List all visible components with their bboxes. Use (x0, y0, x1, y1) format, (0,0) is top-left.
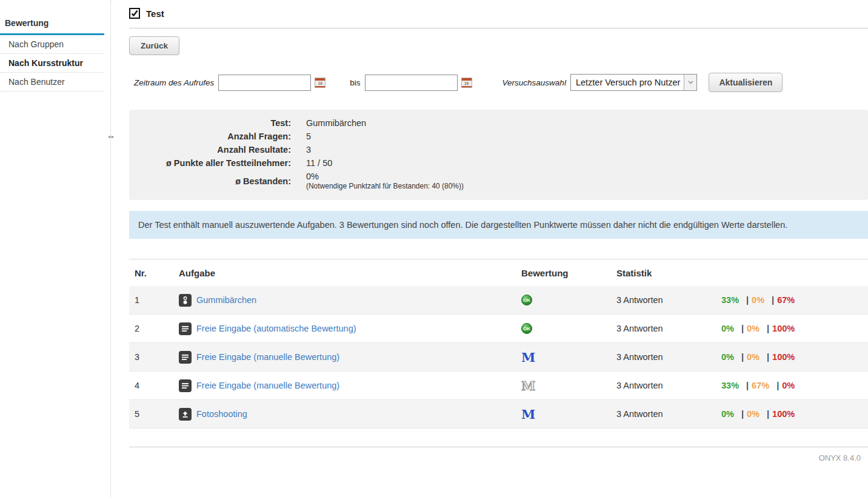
pct-separator: | (767, 324, 769, 333)
summary-label: ø Bestanden: (129, 175, 291, 188)
sidebar-item-nach-benutzer[interactable]: Nach Benutzer (0, 73, 104, 92)
summary-label: Anzahl Fragen: (129, 130, 291, 143)
calendar-icon[interactable]: 16 (461, 78, 472, 88)
answers-count: 3 Antworten (616, 409, 721, 419)
summary-panel: Test: Gummibärchen Anzahl Fragen: 5 Anza… (129, 110, 868, 200)
version-label: ONYX 8.4.0 (819, 453, 861, 462)
sidebar-title: Bewertung (0, 0, 110, 33)
chevron-down-icon (684, 75, 696, 90)
task-link[interactable]: Gummibärchen (196, 295, 256, 305)
column-header-aufgabe: Aufgabe (179, 268, 515, 278)
pct-correct: 0% (721, 352, 734, 362)
calendar-icon-day: 16 (462, 81, 472, 85)
calendar-icon-footer (462, 86, 472, 87)
pct-separator: | (776, 381, 779, 390)
summary-value: 5 (306, 130, 311, 143)
summary-value: 3 (306, 143, 311, 156)
pct-separator: | (741, 324, 744, 333)
calendar-icon-day: 16 (315, 81, 325, 85)
task-link[interactable]: Fotoshooting (196, 409, 247, 419)
splitter-grip-icon[interactable]: ◄► (107, 133, 115, 141)
pct-open: 0% (752, 295, 764, 305)
attempt-select-label: Versuchsauswahl (502, 78, 566, 87)
calendar-icon[interactable]: 16 (315, 78, 326, 88)
pct-separator: | (741, 409, 744, 419)
task-link[interactable]: Freie Eingabe (manuelle Bewertung) (196, 381, 339, 390)
table-row: 1 Gummibärchen OK 3 Antworten 33% | 0% |… (129, 286, 868, 315)
upload-question-icon (179, 408, 192, 421)
row-number: 5 (129, 409, 179, 419)
page-title: Test (146, 8, 164, 19)
pct-separator: | (767, 409, 769, 419)
manual-grading-open-icon: M (521, 378, 535, 393)
pct-separator: | (772, 295, 774, 305)
task-link[interactable]: Freie Eingabe (manuelle Bewertung) (196, 352, 339, 362)
ok-badge-icon: OK (521, 323, 532, 334)
column-header-statistik: Statistik (616, 268, 721, 278)
pct-wrong: 100% (772, 324, 795, 333)
pct-open: 0% (747, 352, 760, 362)
calendar-icon-footer (315, 86, 325, 87)
stat-percentages: 0% | 0% | 100% (721, 352, 868, 362)
answers-count: 3 Antworten (616, 295, 721, 305)
main-content: Test Zurück Zeitraum des Aufrufes 16 bis… (129, 0, 868, 462)
column-header-bewertung: Bewertung (515, 268, 616, 278)
table-row: 4 Freie Eingabe (manuelle Bewertung) M 3… (129, 372, 868, 400)
test-checkbox-icon[interactable] (129, 8, 140, 19)
summary-row-bestanden: ø Bestanden: 0% (Notwendige Punktzahl fü… (129, 170, 868, 192)
calendar-icon-header (315, 78, 325, 81)
header-divider (129, 28, 868, 28)
pct-open: 0% (747, 409, 760, 419)
answers-count: 3 Antworten (616, 381, 721, 390)
sidebar-item-nach-kursstruktur[interactable]: Nach Kursstruktur (0, 54, 104, 73)
pct-open: 67% (752, 381, 769, 390)
question-table: Nr. Aufgabe Bewertung Statistik 1 Gummib… (129, 259, 868, 429)
row-number: 3 (129, 352, 179, 362)
summary-label: Anzahl Resultate: (129, 143, 291, 156)
calendar-icon-header (462, 78, 472, 81)
text-entry-question-icon (179, 351, 192, 364)
table-row: 5 Fotoshooting M 3 Antworten 0% | 0% | 1… (129, 400, 868, 429)
date-from-input[interactable] (218, 75, 311, 91)
manual-grading-notice: Der Test enthält manuell auszuwertende A… (129, 211, 868, 239)
answers-count: 3 Antworten (616, 352, 721, 362)
ok-badge-icon: OK (521, 295, 532, 305)
summary-row-test: Test: Gummibärchen (129, 116, 868, 130)
answers-count: 3 Antworten (616, 324, 721, 333)
text-entry-question-icon (179, 322, 192, 335)
pct-correct: 33% (721, 295, 739, 305)
attempt-select[interactable]: Letzter Versuch pro Nutzer (570, 74, 697, 91)
pct-separator: | (741, 352, 744, 362)
refresh-button[interactable]: Aktualisieren (709, 73, 783, 92)
sidebar-item-nach-gruppen[interactable]: Nach Gruppen (0, 35, 104, 54)
manual-grading-icon: M (521, 350, 535, 365)
summary-label: ø Punkte aller Testteilnehmer: (129, 156, 291, 170)
date-to-input[interactable] (365, 75, 458, 91)
summary-row-fragen: Anzahl Fragen: 5 (129, 130, 868, 143)
task-link[interactable]: Freie Eingabe (automatische Bewertung) (196, 324, 356, 333)
row-number: 2 (129, 324, 179, 333)
pct-wrong: 67% (777, 295, 795, 305)
summary-value-note: (Notwendige Punktzahl für Bestanden: 40 … (306, 181, 464, 190)
table-row: 3 Freie Eingabe (manuelle Bewertung) M 3… (129, 343, 868, 372)
choice-question-icon (179, 294, 192, 307)
stat-percentages: 0% | 0% | 100% (721, 409, 868, 419)
back-button[interactable]: Zurück (129, 36, 179, 55)
date-range-label: Zeitraum des Aufrufes (134, 78, 214, 87)
pct-open: 0% (747, 324, 760, 333)
row-number: 4 (129, 381, 179, 390)
summary-row-punkte: ø Punkte aller Testteilnehmer: 11 / 50 (129, 156, 868, 170)
row-number: 1 (129, 295, 179, 305)
pct-correct: 0% (721, 324, 734, 333)
attempt-select-value: Letzter Versuch pro Nutzer (571, 78, 684, 87)
footer: ONYX 8.4.0 (129, 447, 868, 462)
stat-percentages: 33% | 67% | 0% (721, 381, 868, 390)
pct-wrong: 0% (782, 381, 795, 390)
table-header-row: Nr. Aufgabe Bewertung Statistik (129, 259, 868, 286)
pct-separator: | (767, 352, 769, 362)
stat-percentages: 33% | 0% | 67% (721, 295, 868, 305)
summary-value: 11 / 50 (306, 156, 332, 170)
pct-correct: 0% (721, 409, 734, 419)
summary-label: Test: (129, 116, 291, 130)
stat-percentages: 0% | 0% | 100% (721, 324, 868, 333)
